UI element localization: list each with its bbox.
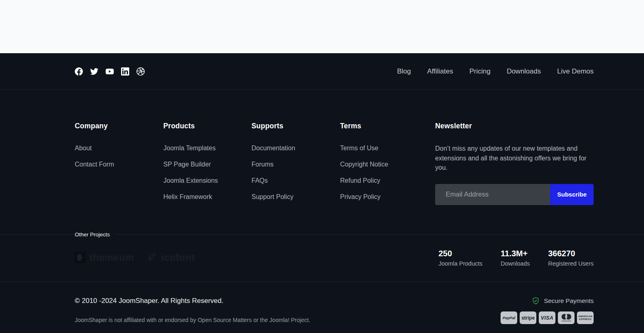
themeum-logo[interactable]: themeum: [75, 252, 134, 263]
link-joomla-extensions[interactable]: Joomla Extensions: [163, 177, 218, 184]
themeum-wordmark: themeum: [89, 252, 134, 263]
email-input[interactable]: [435, 184, 550, 205]
disclaimer-text: JoomShaper is not affiliated with or end…: [75, 317, 310, 323]
link-terms-of-use[interactable]: Terms of Use: [340, 145, 378, 151]
link-faqs[interactable]: FAQs: [252, 177, 268, 184]
column-products: Products Joomla Templates SP Page Builde…: [163, 121, 252, 234]
secure-payments-label: Secure Payments: [544, 297, 594, 305]
secure-payments: Secure Payments: [532, 297, 594, 305]
icofont-logo[interactable]: icofont: [147, 252, 195, 263]
link-contact-form[interactable]: Contact Form: [75, 161, 114, 168]
link-documentation[interactable]: Documentation: [252, 145, 295, 151]
footer-bottom-row: © 2010 -2024 JoomShaper. All Rights Rese…: [75, 282, 594, 324]
link-joomla-templates[interactable]: Joomla Templates: [163, 145, 216, 151]
footer-link-columns: Company About Contact Form Products Joom…: [75, 90, 594, 234]
amex-label-line1: AMERICAN: [578, 315, 592, 318]
nav-link-affiliates[interactable]: Affiliates: [427, 67, 453, 76]
newsletter-section: Newsletter Don’t miss any updates of our…: [435, 121, 594, 234]
mastercard-label: mastercard: [562, 320, 571, 322]
twitter-icon[interactable]: [90, 67, 98, 76]
link-sp-page-builder[interactable]: SP Page Builder: [163, 161, 211, 168]
stat-value: 366270: [548, 249, 594, 258]
stat-joomla-products: 250 Joomla Products: [438, 249, 482, 267]
column-terms: Terms Terms of Use Copyright Notice Refu…: [340, 121, 435, 234]
link-privacy-policy[interactable]: Privacy Policy: [340, 193, 381, 200]
amex-chip: AMERICAN EXPRESS: [577, 311, 594, 324]
mastercard-chip: mastercard: [558, 311, 575, 324]
payments-block: Secure Payments PayPal stripe VISA maste…: [501, 297, 594, 324]
visa-chip: VISA: [539, 311, 555, 324]
stat-value: 11.3M+: [501, 249, 530, 258]
paypal-chip: PayPal: [501, 311, 517, 324]
link-copyright-notice[interactable]: Copyright Notice: [340, 161, 388, 168]
icofont-icon: [147, 252, 158, 263]
newsletter-form: Subscribe: [435, 184, 594, 205]
payment-methods: PayPal stripe VISA mastercard AMERICAN: [501, 311, 594, 324]
column-title: Supports: [252, 121, 340, 130]
link-forums[interactable]: Forums: [252, 161, 273, 168]
brands-stats-band: themeum icofont 250 Joomla Products 11.3…: [75, 249, 594, 266]
link-about[interactable]: About: [75, 145, 92, 151]
link-refund-policy[interactable]: Refund Policy: [340, 177, 380, 184]
column-company: Company About Contact Form: [75, 121, 163, 234]
column-title: Terms: [340, 121, 435, 130]
social-icons: [75, 67, 145, 76]
linkedin-icon[interactable]: [121, 67, 129, 76]
stripe-chip: stripe: [520, 311, 536, 324]
column-title: Products: [163, 121, 252, 130]
legal-block: © 2010 -2024 JoomShaper. All Rights Rese…: [75, 297, 310, 324]
column-supports: Supports Documentation Forums FAQs Suppo…: [252, 121, 340, 234]
stats: 250 Joomla Products 11.3M+ Downloads 366…: [438, 249, 594, 267]
themeum-icon: [75, 252, 86, 263]
column-title: Company: [75, 121, 163, 130]
footer-nav: Blog Affiliates Pricing Downloads Live D…: [397, 67, 594, 76]
copyright-text: © 2010 -2024 JoomShaper. All Rights Rese…: [75, 297, 310, 305]
stripe-label: stripe: [521, 315, 535, 321]
stat-downloads: 11.3M+ Downloads: [501, 249, 530, 267]
amex-label-line2: EXPRESS: [579, 318, 591, 321]
site-footer: Blog Affiliates Pricing Downloads Live D…: [0, 53, 644, 333]
nav-link-live-demos[interactable]: Live Demos: [557, 67, 594, 76]
shield-check-icon: [532, 297, 540, 305]
nav-link-pricing[interactable]: Pricing: [469, 67, 490, 76]
newsletter-title: Newsletter: [435, 121, 594, 130]
other-projects-divider: Other Projects: [0, 234, 644, 235]
dribbble-icon[interactable]: [137, 67, 145, 76]
link-helix-framework[interactable]: Helix Framework: [163, 193, 212, 200]
footer-top-row: Blog Affiliates Pricing Downloads Live D…: [75, 53, 594, 89]
nav-link-downloads[interactable]: Downloads: [507, 67, 541, 76]
mastercard-circles-icon: [562, 314, 571, 320]
stat-label: Downloads: [501, 260, 530, 267]
newsletter-description: Don’t miss any updates of our new templa…: [435, 144, 594, 173]
paypal-label: PayPal: [503, 316, 515, 320]
other-projects-label: Other Projects: [75, 231, 115, 238]
stat-value: 250: [438, 249, 482, 258]
link-support-policy[interactable]: Support Policy: [252, 193, 293, 200]
stat-label: Joomla Products: [438, 260, 482, 267]
brand-logos: themeum icofont: [75, 252, 195, 263]
visa-label: VISA: [541, 315, 553, 321]
subscribe-button[interactable]: Subscribe: [550, 184, 594, 205]
stat-registered-users: 366270 Registered Users: [548, 249, 594, 267]
page-body-remainder: [0, 0, 644, 53]
stat-label: Registered Users: [548, 260, 594, 267]
icofont-wordmark: icofont: [161, 252, 195, 263]
youtube-icon[interactable]: [106, 67, 114, 76]
facebook-icon[interactable]: [75, 67, 83, 76]
nav-link-blog[interactable]: Blog: [397, 67, 411, 76]
